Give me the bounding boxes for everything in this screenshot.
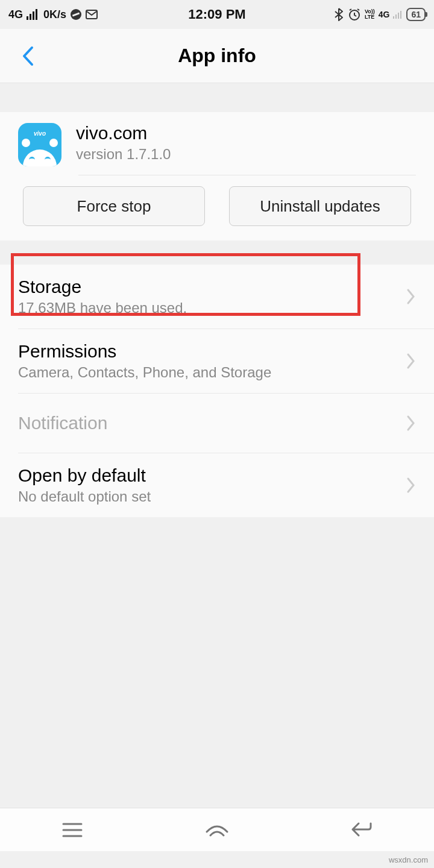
navigation-bar xyxy=(0,808,434,851)
volte-indicator: Vo))LTE xyxy=(365,9,375,20)
status-bar: 4G 0K/s 12:09 PM Vo))LTE 4G 61 xyxy=(0,0,434,29)
open-by-default-row[interactable]: Open by default No default option set xyxy=(0,453,434,517)
battery-indicator: 61 xyxy=(406,8,426,21)
clock: 12:09 PM xyxy=(188,7,245,22)
app-name: vivo.com xyxy=(76,123,171,143)
back-button[interactable] xyxy=(10,38,46,74)
svg-rect-9 xyxy=(395,14,397,19)
svg-rect-2 xyxy=(33,11,34,20)
row-title: Permissions xyxy=(18,341,406,362)
row-subtitle: Camera, Contacts, Phone, and Storage xyxy=(18,364,406,381)
chevron-left-icon xyxy=(21,45,34,67)
chevron-right-icon xyxy=(406,415,416,432)
signal-icon xyxy=(27,9,40,20)
row-subtitle: 17.63MB have been used. xyxy=(18,300,406,316)
svg-rect-8 xyxy=(393,16,394,19)
svg-rect-3 xyxy=(36,9,37,20)
back-icon xyxy=(350,821,373,839)
page-title: App info xyxy=(178,45,256,67)
chevron-right-icon xyxy=(406,288,416,305)
button-row: Force stop Uninstall updates xyxy=(0,175,434,241)
row-subtitle: No default option set xyxy=(18,488,406,505)
bluetooth-icon xyxy=(333,8,344,21)
spacer xyxy=(0,241,434,265)
row-title: Storage xyxy=(18,277,406,297)
storage-row[interactable]: Storage 17.63MB have been used. xyxy=(0,265,434,329)
alarm-icon xyxy=(348,8,361,21)
app-header: vivo vivo.com version 1.7.1.0 xyxy=(0,112,434,175)
chevron-right-icon xyxy=(406,353,416,370)
do-not-disturb-icon xyxy=(70,8,82,20)
spacer xyxy=(0,83,434,112)
app-icon: vivo xyxy=(18,123,61,166)
svg-rect-11 xyxy=(400,11,401,19)
permissions-row[interactable]: Permissions Camera, Contacts, Phone, and… xyxy=(0,329,434,393)
network2-label: 4G xyxy=(379,10,390,19)
force-stop-button[interactable]: Force stop xyxy=(23,186,205,226)
home-button[interactable] xyxy=(193,815,241,845)
svg-rect-10 xyxy=(398,13,399,19)
title-bar: App info xyxy=(0,29,434,83)
back-nav-button[interactable] xyxy=(338,815,386,845)
message-icon xyxy=(86,8,98,20)
chevron-right-icon xyxy=(406,477,416,494)
svg-rect-1 xyxy=(30,14,31,20)
notification-row[interactable]: Notification xyxy=(0,394,434,453)
home-icon xyxy=(204,822,230,838)
watermark: wsxdn.com xyxy=(389,855,428,864)
recents-button[interactable] xyxy=(48,815,96,845)
menu-icon xyxy=(62,822,83,838)
svg-rect-0 xyxy=(27,16,28,20)
app-version: version 1.7.1.0 xyxy=(76,146,171,163)
signal2-icon xyxy=(393,10,403,19)
uninstall-updates-button[interactable]: Uninstall updates xyxy=(229,186,411,226)
data-speed: 0K/s xyxy=(43,8,66,21)
row-title: Notification xyxy=(18,413,406,433)
row-title: Open by default xyxy=(18,465,406,486)
network-label: 4G xyxy=(8,8,23,21)
settings-list: Storage 17.63MB have been used. Permissi… xyxy=(0,265,434,517)
